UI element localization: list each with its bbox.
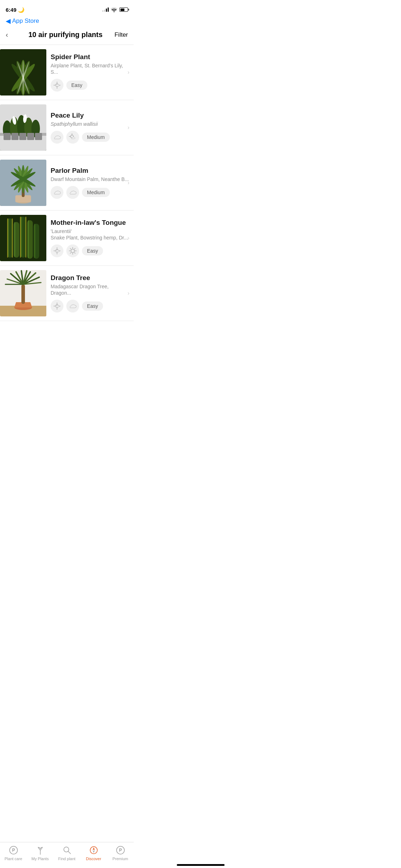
svg-rect-55 (20, 217, 21, 258)
difficulty-easy-spider: Easy (66, 81, 87, 90)
plant-subtitle-parlor-palm: Dwarf Mountain Palm, Neanthe B... (51, 176, 129, 182)
difficulty-medium-parlor: Medium (82, 188, 110, 197)
plant-subtitle-spider-plant: Airplane Plant, St. Bernard's Lily, S... (51, 62, 129, 75)
svg-rect-56 (25, 217, 26, 258)
svg-rect-26 (27, 133, 34, 140)
light-cloud-icon-parlor-1 (51, 186, 63, 199)
plant-name-peace-lily: Peace Lily (51, 112, 129, 119)
svg-rect-50 (28, 220, 29, 258)
plant-info-dragon-tree: Dragon Tree Madagascar Dragon Tree, Drag… (46, 274, 134, 312)
wifi-icon (111, 7, 117, 12)
app-store-back-label[interactable]: App Store (12, 17, 39, 25)
plant-info-peace-lily: Peace Lily Spathiphyllum wallisii (46, 112, 134, 144)
signal-bars-icon (102, 7, 109, 12)
light-full-sun-icon-tongue (66, 244, 79, 257)
chevron-right-icon-peace: › (128, 124, 129, 131)
spider-plant-illustration (0, 49, 46, 95)
page-header: ‹ 10 air purifying plants Filter (0, 28, 134, 45)
plant-tags-mother-tongue: Easy (51, 244, 129, 257)
svg-rect-46 (14, 222, 15, 257)
svg-rect-23 (4, 133, 11, 140)
difficulty-medium-peace: Medium (82, 133, 110, 142)
plant-name-dragon-tree: Dragon Tree (51, 274, 129, 282)
dragon-tree-illustration (0, 270, 46, 316)
svg-rect-52 (34, 224, 35, 258)
plant-subtitle-dragon-tree: Madagascar Dragon Tree, Dragon... (51, 283, 129, 296)
plant-name-mother-tongue: Mother-in-law's Tongue (51, 219, 129, 227)
page-title: 10 air purifying plants (16, 31, 114, 39)
svg-line-67 (70, 248, 71, 249)
chevron-right-icon-dragon: › (128, 290, 129, 296)
filter-button[interactable]: Filter (114, 31, 128, 38)
svg-line-68 (74, 253, 75, 253)
svg-point-62 (71, 249, 74, 253)
app-store-back-chevron-icon: ◀ (6, 17, 11, 25)
plant-item-mother-tongue[interactable]: Mother-in-law's Tongue 'Laurentii'Snake … (0, 211, 134, 266)
chevron-right-icon-parlor: › (128, 180, 129, 186)
battery-icon (119, 7, 128, 12)
svg-line-69 (74, 248, 75, 249)
svg-line-70 (70, 253, 71, 253)
status-time: 6:49 🌙 (6, 7, 25, 12)
status-right (102, 7, 128, 12)
light-partial-sun-icon-dragon (51, 300, 63, 312)
chevron-right-icon-spider: › (128, 69, 129, 76)
status-bar: 6:49 🌙 (0, 0, 134, 16)
svg-rect-74 (21, 284, 25, 304)
plant-item-dragon-tree[interactable]: Dragon Tree Madagascar Dragon Tree, Drag… (0, 266, 134, 321)
light-partial-cloud-icon (66, 131, 79, 144)
mother-tongue-illustration (0, 215, 46, 261)
light-cloud-icon-parlor-2 (66, 186, 79, 199)
plant-image-peace-lily (0, 104, 46, 151)
light-cloud-icon-1 (51, 131, 63, 144)
plant-item-parlor-palm[interactable]: Parlor Palm Dwarf Mountain Palm, Neanthe… (0, 155, 134, 211)
plant-info-mother-tongue: Mother-in-law's Tongue 'Laurentii'Snake … (46, 219, 134, 257)
chevron-right-icon-tongue: › (128, 235, 129, 241)
plant-tags-dragon-tree: Easy (51, 300, 129, 312)
plant-subtitle-mother-tongue: 'Laurentii'Snake Plant, Bowstring hemp, … (51, 228, 129, 241)
plant-image-dragon-tree (0, 270, 46, 316)
status-left: 6:49 🌙 (6, 7, 25, 12)
plant-item-peace-lily[interactable]: Peace Lily Spathiphyllum wallisii (0, 100, 134, 155)
plant-image-spider-plant (0, 49, 46, 95)
peace-lily-illustration (0, 104, 46, 151)
plant-image-parlor-palm (0, 160, 46, 206)
plant-name-parlor-palm: Parlor Palm (51, 167, 129, 175)
plant-subtitle-peace-lily: Spathiphyllum wallisii (51, 121, 129, 127)
plant-info-parlor-palm: Parlor Palm Dwarf Mountain Palm, Neanthe… (46, 167, 134, 199)
plant-list: Spider Plant Airplane Plant, St. Bernard… (0, 45, 134, 321)
back-button[interactable]: ‹ (6, 31, 16, 39)
svg-rect-25 (19, 133, 26, 140)
plant-name-spider-plant: Spider Plant (51, 53, 129, 61)
svg-rect-24 (11, 133, 19, 140)
light-cloud-icon-dragon (66, 300, 79, 312)
light-partial-sun-icon-tongue (51, 244, 63, 257)
svg-rect-27 (35, 133, 42, 140)
plant-image-mother-tongue (0, 215, 46, 261)
light-partial-sun-icon (51, 79, 63, 92)
difficulty-easy-tongue: Easy (82, 246, 103, 255)
plant-info-spider-plant: Spider Plant Airplane Plant, St. Bernard… (46, 53, 134, 92)
app-store-bar[interactable]: ◀ App Store (0, 16, 134, 28)
plant-item-spider-plant[interactable]: Spider Plant Airplane Plant, St. Bernard… (0, 45, 134, 100)
plant-tags-spider-plant: Easy (51, 79, 129, 92)
svg-rect-54 (12, 218, 13, 258)
difficulty-easy-dragon: Easy (82, 301, 103, 311)
plant-tags-peace-lily: Medium (51, 131, 129, 144)
parlor-palm-illustration (0, 160, 46, 206)
svg-rect-53 (7, 218, 8, 258)
plant-tags-parlor-palm: Medium (51, 186, 129, 199)
